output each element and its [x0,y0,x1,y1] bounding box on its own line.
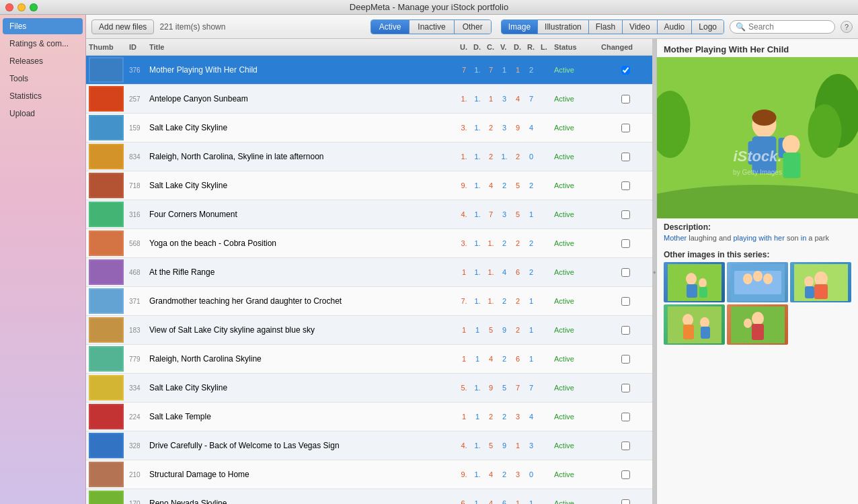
table-row[interactable]: 210 Structural Damage to Home 9. 1. 4 2 … [86,460,652,489]
table-row[interactable]: 718 Salt Lake City Skyline 9. 1. 4 2 5 2… [86,171,652,200]
row-r: 0 [524,151,538,162]
row-changed[interactable] [598,151,652,163]
series-thumb-1[interactable] [664,262,725,302]
row-checkbox[interactable] [621,124,630,132]
help-button[interactable]: ? [841,21,853,33]
tab-video[interactable]: Video [623,20,657,34]
row-v: 3 [498,209,511,220]
row-checkbox[interactable] [621,499,630,505]
row-status: Active [551,382,598,393]
table-row[interactable]: 568 Yoga on the beach - Cobra Position 3… [86,229,652,258]
row-checkbox[interactable] [621,239,630,248]
row-checkbox[interactable] [621,297,630,306]
row-checkbox[interactable] [621,384,630,392]
row-c: 5 [484,440,498,451]
row-checkbox[interactable] [621,181,630,190]
minimize-button[interactable] [17,3,26,11]
table-row[interactable]: 376 Mother Playing With Her Child 7 1. 7… [86,56,652,85]
table-row[interactable]: 779 Raleigh, North Carolina Skyline 1 1 … [86,345,652,374]
row-changed[interactable] [598,122,652,134]
table-row[interactable]: 170 Reno Nevada Skyline 6. 1. 4 6 1 1 Ac… [86,489,652,504]
row-v: 9 [498,440,511,451]
table-row[interactable]: 371 Grandmother teaching her Grand daugh… [86,287,652,316]
tab-inactive[interactable]: Inactive [410,20,454,34]
tab-logo[interactable]: Logo [692,20,724,34]
table-row[interactable]: 834 Raleigh, North Carolina, Skyline in … [86,142,652,171]
row-title: Grandmother teaching her Grand daughter … [147,295,457,307]
svg-point-47 [686,273,697,285]
series-thumb-4[interactable] [664,304,725,345]
col-changed: Changed [598,42,652,52]
row-checkbox[interactable] [621,210,630,219]
row-c: 4 [484,469,498,480]
row-checkbox[interactable] [621,442,630,450]
row-c: 9 [484,382,498,393]
toolbar: Add new files 221 item(s) shown Active I… [86,15,858,39]
row-c: 1. [484,238,498,249]
table-row[interactable]: 183 View of Salt Lake City skyline again… [86,316,652,345]
row-changed[interactable] [598,267,652,278]
table-row[interactable]: 328 Drive Carefully - Back of Welcome to… [86,431,652,460]
table-row[interactable]: 334 Salt Lake City Skyline 5. 1. 9 5 7 7… [86,374,652,403]
row-status: Active [551,296,598,306]
row-checkbox[interactable] [621,470,630,479]
series-thumb-2[interactable] [727,262,788,302]
row-c: 2 [484,411,498,422]
row-checkbox[interactable] [621,66,630,75]
row-changed[interactable] [598,93,652,105]
row-changed[interactable] [598,382,652,394]
row-checkbox[interactable] [621,413,630,421]
svg-rect-23 [90,376,122,399]
tab-active[interactable]: Active [371,20,410,34]
maximize-button[interactable] [30,3,38,11]
series-thumb-5[interactable] [727,304,788,345]
search-input[interactable] [748,22,829,32]
close-button[interactable] [5,3,13,11]
row-id: 718 [126,181,147,191]
row-d2: 1 [511,65,524,75]
thumb-cell [86,287,126,315]
row-changed[interactable] [598,498,652,505]
row-changed[interactable] [598,296,652,307]
tab-flash[interactable]: Flash [589,20,623,34]
search-box[interactable]: 🔍 [730,20,835,34]
col-v: V. [498,42,511,52]
table-row[interactable]: 468 At the Rifle Range 1 1. 1. 4 6 2 Act… [86,258,652,287]
tab-image[interactable]: Image [502,20,538,34]
row-d: 1. [471,65,484,75]
sidebar-item-releases[interactable]: Releases [3,53,83,69]
col-d: D. [471,42,484,52]
table-row[interactable]: 316 Four Corners Monument 4. 1. 7 3 5 1 … [86,200,652,229]
table-row[interactable]: 224 Salt Lake Temple 1 1 2 2 3 4 Active [86,403,652,431]
row-checkbox[interactable] [621,95,630,103]
sidebar-item-ratings[interactable]: Ratings & com... [3,36,83,52]
row-r: 0 [524,469,538,480]
sidebar-item-tools[interactable]: Tools [3,71,83,87]
row-checkbox[interactable] [621,326,630,335]
row-changed[interactable] [598,469,652,480]
add-files-button[interactable]: Add new files [91,19,154,34]
sidebar-item-upload[interactable]: Upload [3,106,83,122]
tab-illustration[interactable]: Illustration [538,20,589,34]
series-thumb-3[interactable] [790,262,851,302]
table-row[interactable]: 159 Salt Lake City Skyline 3. 1. 2 3 9 4… [86,114,652,142]
row-changed[interactable] [598,209,652,220]
row-checkbox[interactable] [621,268,630,277]
table-row[interactable]: 257 Antelope Canyon Sunbeam 1. 1. 1 3 4 … [86,85,652,114]
row-changed[interactable] [598,353,652,365]
svg-rect-3 [90,87,122,110]
svg-point-54 [763,274,773,284]
row-checkbox[interactable] [621,355,630,364]
row-changed[interactable] [598,65,652,76]
tab-other[interactable]: Other [455,20,491,34]
row-changed[interactable] [598,440,652,452]
thumb-cell [86,114,126,142]
row-changed[interactable] [598,411,652,423]
row-changed[interactable] [598,180,652,192]
row-changed[interactable] [598,325,652,336]
sidebar-item-files[interactable]: Files [3,18,83,34]
row-checkbox[interactable] [621,153,630,161]
row-changed[interactable] [598,238,652,249]
sidebar-item-statistics[interactable]: Statistics [3,88,83,104]
tab-audio[interactable]: Audio [658,20,693,34]
